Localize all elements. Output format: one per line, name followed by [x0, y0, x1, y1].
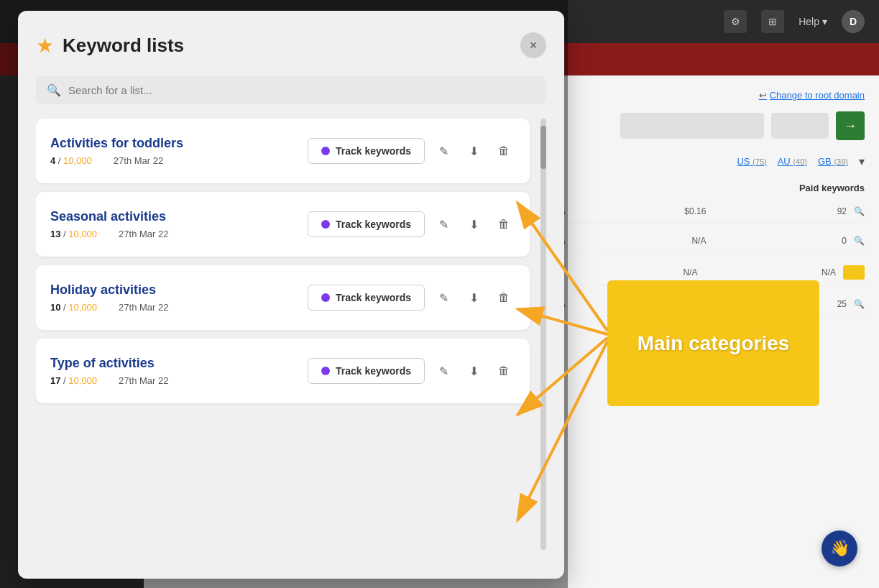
- search-icon: 🔍: [47, 83, 61, 97]
- track-keywords-label: Track keywords: [336, 292, 411, 303]
- us-tab[interactable]: US (75): [737, 156, 766, 167]
- url-input[interactable]: [620, 113, 764, 139]
- track-keywords-label: Track keywords: [336, 365, 411, 377]
- kw-name: Activities for toddlers: [50, 136, 308, 151]
- close-button[interactable]: ×: [520, 32, 546, 58]
- annotation-text: Main categories: [638, 331, 790, 356]
- edit-icon[interactable]: ✎: [432, 359, 455, 382]
- scrollbar-track[interactable]: [540, 119, 546, 550]
- kw-name: Holiday activities: [50, 282, 308, 298]
- kw-date: 27th Mar 22: [119, 302, 168, 313]
- kw-info: Activities for toddlers 4 / 10,000 27th …: [50, 136, 308, 166]
- track-keywords-label: Track keywords: [336, 219, 411, 230]
- au-tab[interactable]: AU (40): [778, 156, 807, 167]
- kw-name: Type of activities: [50, 356, 308, 371]
- track-keywords-button[interactable]: Track keywords: [308, 358, 425, 384]
- track-keywords-button[interactable]: Track keywords: [308, 285, 425, 311]
- wave-button[interactable]: 👋: [822, 530, 857, 566]
- track-keywords-button[interactable]: Track keywords: [308, 211, 425, 237]
- kw-meta: 4 / 10,000 27th Mar 22: [50, 155, 308, 166]
- modal-header: ★ Keyword lists ×: [36, 32, 546, 58]
- track-dot-icon: [321, 293, 330, 302]
- change-root-link[interactable]: ↩ Change to root domain: [759, 90, 865, 101]
- keyword-list-card: Seasonal activities 13 / 10,000 27th Mar…: [36, 192, 530, 257]
- edit-icon[interactable]: ✎: [432, 213, 455, 236]
- list-area: Activities for toddlers 4 / 10,000 27th …: [36, 119, 546, 550]
- user-avatar[interactable]: D: [842, 10, 865, 33]
- paid-keywords-label: Paid keywords: [799, 183, 865, 193]
- grid-icon[interactable]: ⊞: [761, 10, 784, 33]
- search-bar: 🔍: [36, 76, 546, 104]
- track-dot-icon: [321, 147, 330, 155]
- track-dot-icon: [321, 367, 330, 375]
- search-input[interactable]: [68, 84, 535, 96]
- kw-count: 10 / 10,000: [50, 302, 97, 313]
- track-keywords-label: Track keywords: [336, 145, 411, 157]
- star-icon: ★: [36, 34, 54, 58]
- keyword-lists-modal: ★ Keyword lists × 🔍 Activities for toddl…: [18, 11, 564, 579]
- kw-actions: Track keywords ✎ ⬇ 🗑: [308, 138, 515, 164]
- delete-icon[interactable]: 🗑: [492, 359, 515, 382]
- delete-icon[interactable]: 🗑: [492, 213, 515, 236]
- edit-icon[interactable]: ✎: [432, 286, 455, 309]
- modal-title: Keyword lists: [63, 35, 184, 57]
- kw-actions: Track keywords ✎ ⬇ 🗑: [308, 358, 515, 384]
- kw-date: 27th Mar 22: [119, 375, 168, 386]
- kw-meta: 10 / 10,000 27th Mar 22: [50, 302, 308, 313]
- help-button[interactable]: Help ▾: [799, 16, 827, 27]
- kw-info: Type of activities 17 / 10,000 27th Mar …: [50, 356, 308, 386]
- kw-name: Seasonal activities: [50, 209, 308, 224]
- track-keywords-button[interactable]: Track keywords: [308, 138, 425, 164]
- kw-info: Holiday activities 10 / 10,000 27th Mar …: [50, 282, 308, 313]
- keyword-list-card: Holiday activities 10 / 10,000 27th Mar …: [36, 265, 530, 330]
- download-icon[interactable]: ⬇: [462, 359, 485, 382]
- go-button[interactable]: →: [836, 111, 865, 140]
- keyword-list-card: Type of activities 17 / 10,000 27th Mar …: [36, 339, 530, 403]
- delete-icon[interactable]: 🗑: [492, 139, 515, 162]
- track-dot-icon: [321, 220, 330, 229]
- keyword-list: Activities for toddlers 4 / 10,000 27th …: [36, 119, 537, 550]
- kw-actions: Track keywords ✎ ⬇ 🗑: [308, 285, 515, 311]
- kw-info: Seasonal activities 13 / 10,000 27th Mar…: [50, 209, 308, 239]
- settings-icon[interactable]: ⚙: [724, 10, 747, 33]
- search-dropdown[interactable]: [771, 113, 829, 139]
- kw-count: 17 / 10,000: [50, 375, 97, 386]
- kw-count: 13 / 10,000: [50, 229, 97, 239]
- edit-icon[interactable]: ✎: [432, 139, 455, 162]
- kw-date: 27th Mar 22: [119, 229, 168, 239]
- keyword-list-card: Activities for toddlers 4 / 10,000 27th …: [36, 119, 530, 183]
- gb-tab[interactable]: GB (39): [818, 156, 848, 167]
- kw-meta: 17 / 10,000 27th Mar 22: [50, 375, 308, 386]
- scrollbar-thumb[interactable]: [540, 126, 546, 169]
- kw-actions: Track keywords ✎ ⬇ 🗑: [308, 211, 515, 237]
- kw-meta: 13 / 10,000 27th Mar 22: [50, 229, 308, 239]
- download-icon[interactable]: ⬇: [462, 286, 485, 309]
- download-icon[interactable]: ⬇: [462, 213, 485, 236]
- kw-date: 27th Mar 22: [114, 155, 163, 166]
- annotation-box: Main categories: [607, 280, 819, 406]
- modal-title-group: ★ Keyword lists: [36, 34, 184, 58]
- delete-icon[interactable]: 🗑: [492, 286, 515, 309]
- download-icon[interactable]: ⬇: [462, 139, 485, 162]
- kw-count: 4 / 10,000: [50, 155, 92, 166]
